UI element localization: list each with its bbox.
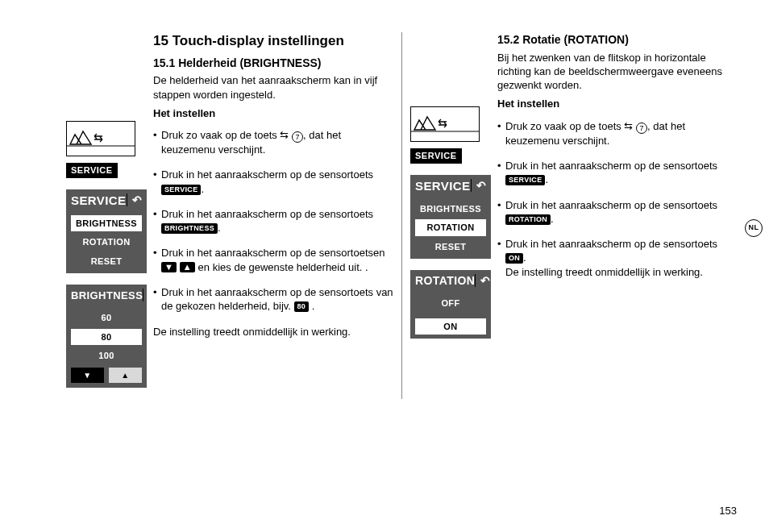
step: Druk in het aanraakscherm op de sensor­t… <box>497 237 726 279</box>
section-151-title: 15.1 Helderheid (BRIGHTNESS) <box>153 56 395 71</box>
outro-151: De instelling treedt onmiddellijk in wer… <box>153 325 395 339</box>
page-number: 153 <box>719 504 737 517</box>
intro-152: Bij het zwenken van de flitskop in horiz… <box>497 51 726 93</box>
service-badge: SERVICE <box>66 163 118 178</box>
ref-7-icon: 7 <box>292 131 303 143</box>
brightness-100[interactable]: 100 <box>71 347 142 364</box>
step: Druk zo vaak op de toets ⇆ 7, dat het ke… <box>497 119 726 148</box>
menu-item-reset[interactable]: RESET <box>71 253 142 270</box>
value-chip: 80 <box>294 301 310 312</box>
step: Druk in het aanraakscherm op de sensor­t… <box>497 198 726 227</box>
back-icon[interactable]: ↶ <box>127 193 142 208</box>
subhead-152: Het instellen <box>497 97 726 110</box>
subhead-151: Het instellen <box>153 106 395 120</box>
rotation-chip: ROTATION <box>505 214 551 225</box>
intro-151: De helderheid van het aanraakscherm kan … <box>153 73 395 102</box>
ref-7-icon: 7 <box>636 123 647 134</box>
back-icon[interactable]: ↶ <box>471 178 486 193</box>
menu-item-reset[interactable]: RESET <box>415 239 486 256</box>
step: Druk in het aanraakscherm op de sensor­t… <box>497 159 726 187</box>
rotation-off[interactable]: OFF <box>415 295 486 312</box>
right-text: 15.2 Rotatie (ROTATION) Bij het zwenken … <box>491 32 733 399</box>
manual-page: SERVICE SERVICE ↶ BRIGHTNESS ROTATION RE… <box>0 0 769 532</box>
back-icon[interactable]: ↶ <box>475 273 490 289</box>
right-sidebar: SERVICE SERVICE ↶ BRIGHTNESS ROTATION RE… <box>410 32 491 399</box>
language-tab-nl: NL <box>745 219 763 237</box>
panel-title: SERVICE <box>71 193 126 209</box>
step: Druk in het aanraakscherm op de sensor­t… <box>153 168 395 196</box>
service-badge: SERVICE <box>410 148 462 164</box>
brightness-80[interactable]: 80 <box>71 329 142 346</box>
rotation-on[interactable]: ON <box>415 318 486 335</box>
lcd-thumb <box>410 106 480 142</box>
step: Druk in het aanraakscherm op de sensor­t… <box>153 246 395 274</box>
panel-title: BRIGHTNESS <box>71 289 143 302</box>
step: Druk zo vaak op de toets ⇆ 7, dat het ke… <box>153 128 395 156</box>
service-panel-brightness: SERVICE ↶ BRIGHTNESS ROTATION RESET <box>66 189 147 274</box>
panel-title: SERVICE <box>415 178 470 194</box>
up-chip: ▲ <box>180 262 195 272</box>
service-chip: SERVICE <box>505 175 545 185</box>
brightness-panel: BRIGHTNESS ↶ 60 80 100 ▼ ▲ <box>66 285 147 388</box>
chapter-heading: 15 Touch-display instellingen <box>153 32 395 51</box>
column-divider <box>401 32 402 399</box>
brightness-chip: BRIGHTNESS <box>161 223 218 234</box>
on-chip: ON <box>505 253 523 264</box>
down-button[interactable]: ▼ <box>71 368 104 383</box>
up-button[interactable]: ▲ <box>109 368 142 383</box>
service-chip: SERVICE <box>161 185 201 195</box>
menu-item-rotation[interactable]: ROTATION <box>71 234 142 251</box>
menu-item-brightness[interactable]: BRIGHTNESS <box>71 215 142 232</box>
swap-icon: ⇆ <box>624 120 633 132</box>
service-panel-rotation: SERVICE ↶ BRIGHTNESS ROTATION RESET <box>410 175 491 260</box>
section-152-title: 15.2 Rotatie (ROTATION) <box>497 32 726 48</box>
lcd-thumb <box>66 121 135 156</box>
down-chip: ▼ <box>161 262 177 272</box>
brightness-60[interactable]: 60 <box>71 310 142 326</box>
swap-icon: ⇆ <box>280 129 289 141</box>
step: Druk in het aanraakscherm op de sensor­t… <box>153 207 395 235</box>
left-text: 15 Touch-display instellingen 15.1 Helde… <box>147 32 401 399</box>
step: Druk in het aanraakscherm op de sensor­t… <box>153 285 395 314</box>
panel-title: ROTATION <box>415 273 475 289</box>
left-sidebar: SERVICE SERVICE ↶ BRIGHTNESS ROTATION RE… <box>66 32 147 399</box>
menu-item-rotation[interactable]: ROTATION <box>415 219 486 236</box>
rotation-panel: ROTATION ↶ OFF ON <box>410 270 491 339</box>
menu-item-brightness[interactable]: BRIGHTNESS <box>415 201 486 218</box>
